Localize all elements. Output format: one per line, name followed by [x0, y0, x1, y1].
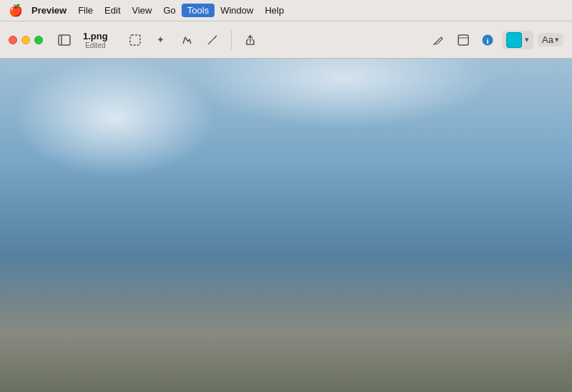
instant-alpha-button[interactable]: ✦ [151, 30, 171, 50]
markup-button[interactable] [429, 30, 449, 50]
color-swatch [506, 32, 522, 48]
apple-menu[interactable]: 🍎 [6, 0, 26, 21]
menu-file[interactable]: File [72, 4, 99, 17]
file-info: 1.png Edited [83, 31, 108, 49]
menu-preview[interactable]: Preview [26, 4, 72, 17]
annotate-button[interactable] [202, 30, 222, 50]
info-button[interactable]: i [478, 30, 498, 50]
toolbar: 1.png Edited ✦ [0, 21, 572, 59]
zoom-button[interactable] [34, 36, 43, 44]
sidebar-toggle-button[interactable] [54, 30, 74, 50]
color-dropdown-arrow: ▾ [525, 35, 529, 44]
font-dropdown-arrow: ▾ [555, 35, 559, 44]
close-button[interactable] [9, 36, 17, 44]
font-options[interactable]: Aa ▾ [538, 33, 563, 46]
select-tool-button[interactable] [125, 30, 145, 50]
svg-rect-0 [59, 35, 70, 45]
color-options[interactable]: ▾ [502, 31, 533, 49]
file-status: Edited [85, 41, 105, 49]
svg-rect-5 [458, 35, 468, 45]
menu-tools[interactable]: Tools [182, 4, 214, 17]
menu-go[interactable]: Go [157, 4, 181, 17]
minimize-button[interactable] [21, 36, 30, 44]
toolbar-separator-1 [231, 30, 232, 50]
toolbar-right: i ▾ Aa ▾ [429, 30, 563, 50]
menu-window[interactable]: Window [214, 4, 259, 17]
traffic-lights [9, 36, 43, 44]
font-label: Aa [542, 34, 553, 45]
share-button[interactable] [240, 30, 260, 50]
svg-text:i: i [487, 36, 489, 44]
background-image [0, 0, 572, 392]
window-button[interactable] [453, 30, 473, 50]
menu-edit[interactable]: Edit [99, 4, 126, 17]
svg-line-3 [214, 36, 216, 38]
sketch-button[interactable] [177, 30, 197, 50]
svg-rect-2 [130, 35, 140, 45]
menu-view[interactable]: View [127, 4, 158, 17]
menu-help[interactable]: Help [259, 4, 290, 17]
background [0, 0, 572, 392]
menu-bar: 🍎 Preview File Edit View Go Tools Window… [0, 0, 572, 21]
file-name: 1.png [83, 31, 108, 41]
